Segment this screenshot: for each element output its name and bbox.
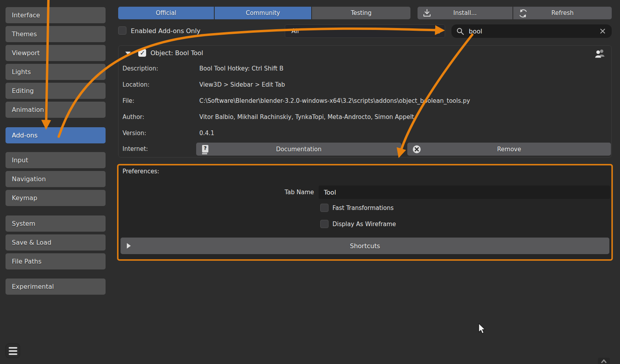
sidebar-item-label: Input: [12, 156, 28, 164]
row-value: Vitor Balbio, Mikhail Rachinskiy, TynkaT…: [199, 110, 609, 124]
category-value: All: [291, 28, 299, 35]
tab-official[interactable]: Official: [118, 7, 214, 19]
row-value: 0.4.1: [199, 126, 609, 140]
refresh-label: Refresh: [551, 9, 574, 17]
svg-text:?: ?: [204, 145, 207, 151]
row-value: C:\Software\Blender\blender-3.2.0-window…: [199, 94, 609, 108]
shortcuts-header[interactable]: Shortcuts: [121, 238, 609, 254]
row-label: Version:: [123, 126, 197, 140]
sidebar-item-animation[interactable]: Animation: [6, 102, 106, 118]
tab-label: Official: [156, 9, 176, 17]
search-input[interactable]: [451, 24, 612, 38]
sidebar-item-label: Lights: [12, 68, 31, 76]
chevron-up-icon: [600, 359, 607, 364]
sidebar-item-label: Keymap: [12, 194, 37, 202]
sidebar-item-input[interactable]: Input: [6, 152, 106, 168]
documentation-label: Documentation: [276, 146, 322, 153]
row-label: Internet:: [123, 142, 197, 156]
hamburger-icon: [9, 350, 17, 352]
shortcuts-label: Shortcuts: [350, 242, 380, 250]
refresh-button[interactable]: Refresh: [513, 7, 612, 19]
hamburger-icon: [9, 347, 17, 349]
sidebar-item-editing[interactable]: Editing: [6, 83, 106, 99]
addon-version-row: Version: 0.4.1: [119, 126, 611, 140]
display-as-wireframe-label: Display As Wireframe: [332, 220, 396, 228]
sidebar-item-addons[interactable]: Add-ons: [6, 127, 106, 143]
enabled-addons-only-label: Enabled Add-ons Only: [131, 24, 200, 38]
sidebar-item-system[interactable]: System: [6, 215, 106, 232]
tab-label: Testing: [351, 9, 372, 17]
sidebar-item-save-load[interactable]: Save & Load: [6, 234, 106, 251]
addon-file-row: File: C:\Software\Blender\blender-3.2.0-…: [119, 94, 611, 108]
row-label: Location:: [123, 78, 197, 92]
sidebar-item-label: Add-ons: [12, 132, 37, 139]
row-value: View3D > Sidebar > Edit Tab: [199, 78, 609, 92]
sidebar-item-label: File Paths: [12, 258, 41, 265]
fast-transformations-checkbox[interactable]: [320, 204, 329, 212]
sidebar-item-lights[interactable]: Lights: [6, 64, 106, 80]
sidebar-item-label: Animation: [12, 106, 44, 113]
remove-circle-icon: [412, 145, 421, 154]
sidebar-item-label: Viewport: [12, 49, 40, 57]
help-book-icon: ?: [201, 144, 210, 154]
addon-description-row: Description: Bool Tool Hotkey: Ctrl Shif…: [119, 61, 611, 76]
remove-button[interactable]: Remove: [407, 143, 611, 156]
sidebar-item-viewport[interactable]: Viewport: [6, 45, 106, 61]
tab-name-label: Tab Name: [119, 186, 314, 199]
refresh-icon: [518, 9, 528, 18]
sidebar-item-label: Experimental: [12, 283, 54, 290]
sidebar-item-experimental[interactable]: Experimental: [6, 279, 106, 295]
sidebar-item-interface[interactable]: Interface: [6, 7, 106, 23]
editor-type-menu-button[interactable]: [6, 344, 20, 358]
sidebar-item-themes[interactable]: Themes: [6, 26, 106, 42]
blender-preferences-window: Interface Themes Viewport Lights Editing…: [0, 0, 620, 364]
addon-title: Object: Bool Tool: [150, 46, 203, 60]
fast-transformations-label: Fast Transformations: [332, 204, 394, 212]
preferences-title: Preferences:: [123, 168, 159, 175]
sidebar-item-label: Save & Load: [12, 239, 51, 246]
category-dropdown[interactable]: All: [285, 24, 445, 38]
addon-enable-checkbox[interactable]: [138, 49, 146, 57]
tab-testing[interactable]: Testing: [312, 7, 410, 19]
enabled-addons-only-checkbox[interactable]: [118, 26, 126, 35]
chevron-down-icon: [437, 30, 441, 33]
tab-community[interactable]: Community: [215, 7, 311, 19]
row-label: Author:: [123, 110, 197, 124]
sidebar-item-navigation[interactable]: Navigation: [6, 171, 106, 187]
search-icon: [456, 27, 465, 36]
install-button[interactable]: Install...: [418, 7, 512, 19]
addon-author-row: Author: Vitor Balbio, Mikhail Rachinskiy…: [119, 110, 611, 124]
sidebar-item-label: Themes: [12, 30, 37, 38]
sidebar-item-label: Navigation: [12, 175, 46, 183]
tab-name-input[interactable]: [319, 186, 610, 199]
addon-location-row: Location: View3D > Sidebar > Edit Tab: [119, 78, 611, 92]
sidebar-item-label: Editing: [12, 87, 34, 95]
tab-label: Community: [246, 9, 280, 17]
sidebar-item-label: Interface: [12, 11, 40, 19]
scroll-up-corner-button[interactable]: [598, 358, 610, 364]
sidebar-item-label: System: [12, 220, 35, 227]
expand-triangle-icon: [127, 243, 131, 249]
sidebar-item-keymap[interactable]: Keymap: [6, 190, 106, 206]
row-value: Bool Tool Hotkey: Ctrl Shift B: [199, 61, 609, 76]
row-label: Description:: [123, 61, 197, 76]
community-users-icon: [594, 48, 605, 58]
row-label: File:: [123, 94, 197, 108]
mouse-cursor: [478, 323, 488, 335]
clear-search-icon[interactable]: [600, 28, 606, 34]
install-label: Install...: [453, 9, 477, 17]
addon-preferences-panel: Preferences: Tab Name Fast Transformatio…: [118, 165, 612, 260]
collapse-triangle-icon[interactable]: [125, 52, 131, 55]
display-as-wireframe-checkbox[interactable]: [320, 220, 329, 228]
sidebar-item-file-paths[interactable]: File Paths: [6, 253, 106, 269]
remove-label: Remove: [497, 146, 521, 153]
documentation-button[interactable]: ? Documentation: [196, 143, 401, 156]
addon-panel: Object: Bool Tool Description: Bool Tool…: [118, 45, 612, 158]
download-icon: [423, 9, 431, 17]
hamburger-icon: [9, 353, 17, 355]
